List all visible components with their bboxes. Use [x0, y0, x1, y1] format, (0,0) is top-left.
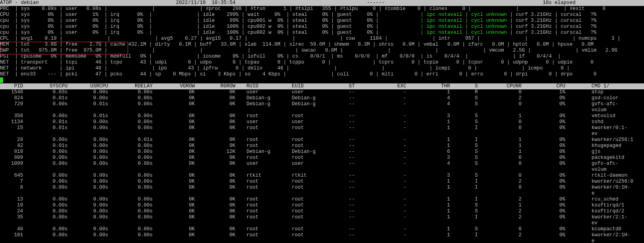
col-euid: EUID: [285, 83, 333, 89]
process-row[interactable]: 400.00s0.00s0.00s0K0Krootroot---1S00%kco…: [0, 226, 644, 232]
col-syscpu: SYSCPU: [25, 83, 70, 89]
col-cpunr: CPUNR: [480, 83, 524, 89]
process-row[interactable]: 150.01s0.00s0.00s0K0Krootroot---1I00%kwo…: [0, 125, 644, 137]
process-row[interactable]: 420.01s0.00s0.00s0K0Krootroot---1S10%khu…: [0, 143, 644, 149]
col-cpu: CPU: [524, 83, 568, 89]
col-rgrow: RGROW: [197, 83, 238, 89]
process-row[interactable]: 1010.00s0.00s0.00s0K0Krootroot---1I20%kw…: [0, 232, 644, 243]
process-row[interactable]: 8240.01s0.00s0.00s0K0KDebian-gDebian-g--…: [0, 95, 644, 101]
process-row[interactable]: 70.00s0.00s0.00s0K0Krootroot---1I20%kwor…: [0, 179, 644, 185]
sys-row: NET | network | ipi 46 | | ipo 43 | ipfr…: [0, 66, 644, 71]
col-st: ST: [333, 83, 373, 89]
col-exc: EXC: [373, 83, 409, 89]
col-thr: THR: [409, 83, 452, 89]
sys-row: cpu | sys 0% | user 0% | irq 0% | | idle…: [0, 24, 644, 30]
sys-row: SWP | tot 975.0M | free 975.0M | | | | |…: [0, 48, 644, 54]
system-stats: PRC | sys 0.09s | user 0.08s | | | #proc…: [0, 6, 644, 77]
process-row[interactable]: 3560.00s0.01s0.00s0K0Krootroot---3S10%vm…: [0, 113, 644, 119]
process-row[interactable]: 10990.00s0.00s0.00s0K0Kuseruser---4S00%g…: [0, 161, 644, 173]
process-row[interactable]: 7290.00s0.01s0.00s0K0KDebian-gDebian-g--…: [0, 101, 644, 113]
process-row[interactable]: 280.00s0.00s0.01s0K0Krootroot---1I10%kwo…: [0, 137, 644, 143]
sys-row: cpu | sys 0% | user 0% | irq 0% | | idle…: [0, 30, 644, 36]
process-row[interactable]: 240.00s0.00s0.00s0K0Krootroot---1S20%kso…: [0, 208, 644, 214]
process-row[interactable]: 350.00s0.00s0.00s0K0Krootroot---1I20%kwo…: [0, 214, 644, 226]
sys-row: NET | transport | tcpi 46 | tcpo 43 | ud…: [0, 60, 644, 66]
process-row[interactable]: 11340.01s0.00s0.00s0K0Kuseruser---1S00%s…: [0, 119, 644, 125]
process-row[interactable]: 6450.00s0.00s0.00s0K0Krtkitrtkit---3S00%…: [0, 173, 644, 179]
process-header: PIDSYSCPUUSRCPURDELAYVGROWRGROWRUIDEUIDS…: [0, 83, 644, 89]
process-row[interactable]: 8090.00s0.00s0.00s0K0Krootroot---3S00%pa…: [0, 155, 644, 161]
col-pid: PID: [0, 83, 25, 89]
process-row[interactable]: 130.00s0.00s0.00s0K0Krootroot---1I20%rcu…: [0, 197, 644, 202]
sys-row: PRC | sys 0.09s | user 0.08s | | | #proc…: [0, 6, 644, 12]
sys-row: CPL | avg1 0.19 | | | avg5 0.27 | avg15 …: [0, 36, 644, 42]
col-usrcpu: USRCPU: [70, 83, 111, 89]
col-s: S: [452, 83, 480, 89]
col-cmd       1/: CMD 1/: [568, 83, 635, 89]
process-row[interactable]: 190.00s0.00s0.00s0K0Krootroot---1S10%kso…: [0, 202, 644, 208]
sys-row: NET | ens33 --- | pcki 47 | pcko 44 | sp…: [0, 71, 644, 77]
col-ruid: RUID: [238, 83, 285, 89]
sys-row: CPU | sys 0% | user 1% | irq 0% | | idle…: [0, 12, 644, 18]
sys-row: PSI | cpusome 0% | memsome 0% | memfull …: [0, 54, 644, 60]
sys-row: cpu | sys 0% | user 0% | irq 0% | | idle…: [0, 18, 644, 24]
cursor-line: [0, 77, 644, 83]
sys-row: MEM | tot 3.8G | free 2.7G | cache 432.1…: [0, 42, 644, 48]
col-vgrow: VGROW: [155, 83, 197, 89]
process-row[interactable]: 80.00s0.00s0.00s0K0Krootroot---1I00%kwor…: [0, 185, 644, 197]
process-row[interactable]: 8180.00s0.00s0.00s0K12KDebian-gDebian-g-…: [0, 149, 644, 155]
atop-header: ATOP - debian 2022/11/18 10:35:54 ------…: [0, 0, 644, 6]
col-rdelay: RDELAY: [111, 83, 155, 89]
process-row[interactable]: 15460.03s0.00s0.00s0K0Kuseruser---1R01%a…: [0, 89, 644, 95]
process-list[interactable]: 15460.03s0.00s0.00s0K0Kuseruser---1R01%a…: [0, 89, 644, 243]
